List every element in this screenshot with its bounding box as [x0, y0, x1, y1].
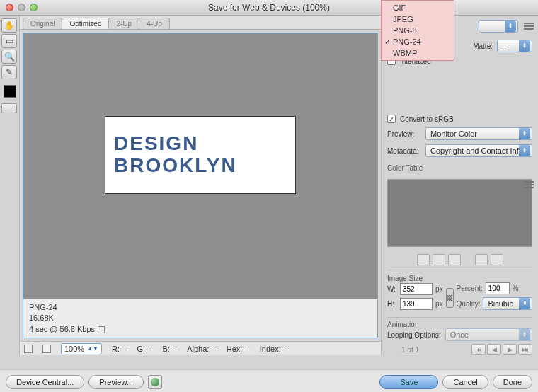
- slice-visibility-toggle[interactable]: [1, 103, 17, 113]
- cancel-button[interactable]: Cancel: [442, 375, 488, 389]
- format-option-wbmp[interactable]: WBMP: [382, 47, 454, 59]
- device-central-button[interactable]: Device Central...: [6, 375, 84, 389]
- g-value: G: --: [137, 345, 152, 353]
- color-table[interactable]: [387, 179, 532, 247]
- format-option-gif[interactable]: GIF: [382, 2, 454, 13]
- ct-btn-4[interactable]: [475, 254, 488, 265]
- preview-area[interactable]: DESIGN BROOKLYN PNG-24 16.68K 4 sec @ 56…: [23, 33, 378, 338]
- file-size: 16.68K: [29, 313, 372, 323]
- first-frame-icon[interactable]: ⏮: [471, 344, 486, 355]
- logo-line2: BROOKLYN: [114, 155, 295, 177]
- next-frame-icon[interactable]: ▶: [503, 344, 517, 355]
- ct-btn-1[interactable]: [417, 254, 430, 265]
- logo-line1: DESIGN: [114, 133, 295, 155]
- b-value: B: --: [162, 345, 177, 353]
- convert-srgb-checkbox[interactable]: [387, 115, 396, 123]
- preview-select[interactable]: Monitor Color: [425, 127, 532, 140]
- quality-label: Quality:: [457, 300, 481, 308]
- alpha-value: Alpha: --: [187, 345, 217, 353]
- percent-label: Percent:: [457, 284, 483, 292]
- quality-select[interactable]: Bicubic: [483, 297, 532, 310]
- window-controls: [6, 4, 38, 11]
- index-value: Index: --: [260, 345, 288, 353]
- animation-title: Animation: [387, 321, 532, 328]
- window-title: Save for Web & Devices (100%): [208, 3, 330, 13]
- image-canvas: DESIGN BROOKLYN: [105, 116, 296, 194]
- looping-select[interactable]: Once: [445, 328, 532, 341]
- annotation-toggle[interactable]: [24, 345, 33, 353]
- tab-original[interactable]: Original: [23, 18, 62, 29]
- zoom-select[interactable]: 100%▲▼: [61, 343, 102, 354]
- format-option-png24[interactable]: PNG-24: [382, 36, 454, 47]
- color-table-menu-icon[interactable]: [524, 181, 534, 188]
- annotation-toggle-2[interactable]: [42, 345, 51, 353]
- hex-value: Hex: --: [227, 345, 250, 353]
- file-info-bar: PNG-24 16.68K 4 sec @ 56.6 Kbps: [23, 299, 377, 338]
- preset-select[interactable]: [479, 20, 518, 33]
- options-panel: Matte: -- Interlaced Convert to sRGB Pre…: [381, 16, 538, 355]
- preview-button[interactable]: Preview...: [88, 375, 144, 389]
- tab-optimized[interactable]: Optimized: [62, 18, 109, 29]
- color-swatch[interactable]: [4, 85, 16, 98]
- prev-frame-icon[interactable]: ◀: [487, 344, 501, 355]
- eyedropper-tool-icon[interactable]: ✎: [1, 65, 17, 79]
- download-speed: 4 sec @ 56.6 Kbps: [29, 325, 95, 333]
- convert-srgb-label: Convert to sRGB: [400, 115, 454, 123]
- metadata-label: Metadata:: [387, 147, 421, 155]
- done-button[interactable]: Done: [493, 375, 532, 389]
- format-option-jpeg[interactable]: JPEG: [382, 13, 454, 25]
- ct-btn-3[interactable]: [448, 254, 461, 265]
- ct-btn-5[interactable]: [491, 254, 503, 265]
- bottom-bar: Device Central... Preview... Save Cancel…: [0, 371, 538, 392]
- format-option-png8[interactable]: PNG-8: [382, 25, 454, 36]
- percent-input[interactable]: [486, 282, 510, 294]
- statusbar: 100%▲▼ R: -- G: -- B: -- Alpha: -- Hex: …: [20, 341, 381, 355]
- last-frame-icon[interactable]: ⏭: [518, 344, 532, 355]
- r-value: R: --: [112, 345, 127, 353]
- height-input[interactable]: [400, 298, 433, 310]
- browser-preview-icon[interactable]: [148, 375, 162, 389]
- format-dropdown[interactable]: GIF JPEG PNG-8 PNG-24 WBMP: [381, 0, 454, 61]
- matte-select[interactable]: --: [497, 40, 532, 52]
- close-button[interactable]: [6, 4, 13, 11]
- link-icon[interactable]: ⛓: [446, 288, 454, 308]
- hand-tool-icon[interactable]: ✋: [1, 18, 17, 33]
- ct-btn-2[interactable]: [433, 254, 445, 265]
- width-input[interactable]: [400, 283, 433, 295]
- save-button[interactable]: Save: [379, 375, 438, 389]
- image-size-title: Image Size: [387, 275, 532, 282]
- file-format: PNG-24: [29, 302, 372, 313]
- matte-label: Matte:: [473, 42, 493, 50]
- color-table-toolbar: [387, 254, 532, 265]
- metadata-select[interactable]: Copyright and Contact Info: [425, 144, 532, 157]
- tool-column: ✋ ▭ 🔍 ✎: [0, 16, 20, 355]
- slice-select-tool-icon[interactable]: ▭: [1, 34, 17, 48]
- zoom-button[interactable]: [30, 4, 38, 11]
- zoom-tool-icon[interactable]: 🔍: [1, 50, 17, 64]
- minimize-button[interactable]: [18, 4, 25, 11]
- view-tabs: Original Optimized 2-Up 4-Up: [20, 16, 381, 30]
- tab-4up[interactable]: 4-Up: [139, 18, 170, 29]
- w-label: W:: [387, 285, 397, 293]
- frame-counter: 1 of 1: [401, 346, 419, 354]
- h-label: H:: [387, 300, 397, 308]
- panel-menu-icon[interactable]: [524, 23, 534, 30]
- tab-2up[interactable]: 2-Up: [108, 18, 139, 29]
- looping-label: Looping Options:: [387, 331, 441, 339]
- color-table-label: Color Table: [387, 164, 532, 172]
- speed-menu-icon[interactable]: [98, 326, 105, 333]
- titlebar: Save for Web & Devices (100%): [0, 0, 538, 16]
- preview-label: Preview:: [387, 130, 421, 138]
